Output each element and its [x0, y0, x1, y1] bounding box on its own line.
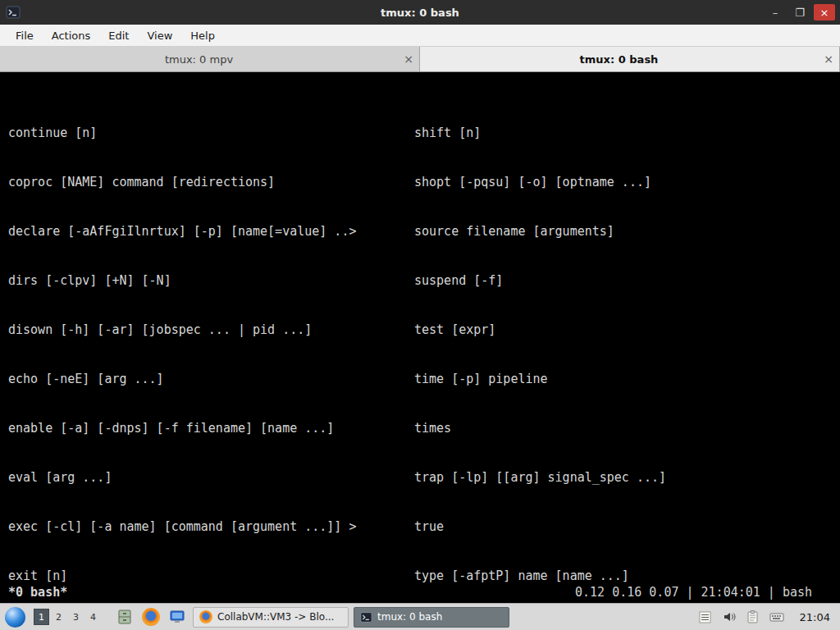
clock[interactable]: 21:04 [800, 611, 830, 623]
terminal-line: continue [n]shift [n] [8, 125, 840, 141]
help-text-right: shift [n] [414, 126, 481, 140]
applications-menu-icon[interactable] [5, 607, 25, 628]
help-text-left: exec [-cl] [-a name] [command [argument … [8, 518, 414, 535]
help-text-right: test [expr] [414, 322, 495, 337]
menu-view[interactable]: View [138, 26, 181, 45]
help-text-right: true [414, 519, 444, 534]
menu-file[interactable]: File [7, 26, 43, 45]
desktop: tmux: 0 bash – ❐ × File Actions Edit Vie… [0, 0, 840, 630]
window-titlebar[interactable]: tmux: 0 bash – ❐ × [0, 0, 840, 25]
workspace-3[interactable]: 3 [68, 609, 84, 625]
task-button-terminal[interactable]: tmux: 0 bash [354, 607, 509, 628]
terminal-screen[interactable]: continue [n]shift [n] coproc [NAME] comm… [0, 72, 840, 603]
help-text-left: declare [-aAfFgiIlnrtux] [-p] [name[=val… [8, 223, 414, 240]
tab-mpv[interactable]: tmux: 0 mpv × [0, 47, 420, 71]
help-text-left: disown [-h] [-ar] [jobspec ... | pid ...… [8, 322, 414, 338]
terminal-line: echo [-neE] [arg ...]time [-p] pipeline [8, 371, 840, 387]
minimize-button[interactable]: – [765, 4, 786, 21]
window-controls: – ❐ × [765, 4, 835, 21]
help-text-right: source filename [arguments] [414, 224, 614, 239]
terminal-line: disown [-h] [-ar] [jobspec ... | pid ...… [8, 322, 840, 338]
help-text-left: echo [-neE] [arg ...] [8, 371, 414, 387]
terminal-line: exec [-cl] [-a name] [command [argument … [8, 518, 840, 535]
notes-icon [699, 611, 711, 623]
tab-bash[interactable]: tmux: 0 bash × [420, 47, 840, 71]
workspace-2[interactable]: 2 [51, 609, 66, 625]
workspace-switcher: 1 2 3 4 [34, 609, 101, 625]
task-button-firefox[interactable]: CollabVM::VM3 -> Blo... [193, 607, 349, 628]
menu-help[interactable]: Help [181, 26, 224, 45]
display-launcher[interactable] [167, 606, 188, 628]
help-text-left: enable [-a] [-dnps] [-f filename] [name … [8, 420, 414, 436]
workspace-4[interactable]: 4 [85, 609, 101, 625]
menu-edit[interactable]: Edit [99, 26, 138, 45]
terminal-line: coproc [NAME] command [redirections]shop… [8, 174, 840, 190]
tab-bash-label: tmux: 0 bash [420, 53, 818, 66]
tmux-status-right: 0.12 0.16 0.07 | 21:04:01 | bash [575, 584, 840, 600]
task-button-label: tmux: 0 bash [377, 611, 442, 623]
help-text-left: exit [n] [8, 568, 414, 584]
workspace-1[interactable]: 1 [34, 609, 49, 625]
terminal-line: dirs [-clpv] [+N] [-N]suspend [-f] [8, 272, 840, 289]
task-button-label: CollabVM::VM3 -> Blo... [217, 611, 334, 623]
tab-bash-close-icon[interactable]: × [818, 52, 839, 66]
close-button[interactable]: × [814, 4, 835, 21]
help-text-right: times [414, 421, 451, 436]
system-tray: 21:04 [698, 609, 835, 624]
clipboard-icon [746, 610, 759, 623]
taskbar: 1 2 3 4 CollabVM::VM3 -> Blo... tmux: 0 … [0, 603, 840, 630]
speaker-icon [723, 610, 736, 623]
help-text-left: dirs [-clpv] [+N] [-N] [8, 272, 414, 289]
window-title: tmux: 0 bash [0, 7, 840, 19]
help-text-right: time [-p] pipeline [414, 372, 548, 386]
terminal-line: eval [arg ...]trap [-lp] [[arg] signal_s… [8, 469, 840, 486]
firefox-icon [142, 608, 160, 626]
menu-actions[interactable]: Actions [43, 26, 100, 45]
keyboard-tray-button[interactable] [769, 609, 784, 624]
tab-bar: tmux: 0 mpv × tmux: 0 bash × [0, 47, 840, 72]
file-cabinet-icon [116, 609, 133, 625]
monitor-icon [169, 609, 185, 625]
help-text-right: trap [-lp] [[arg] signal_spec ...] [414, 470, 666, 485]
help-text-right: suspend [-f] [414, 273, 503, 288]
help-text-left: eval [arg ...] [8, 469, 414, 486]
tab-mpv-close-icon[interactable]: × [398, 52, 419, 66]
file-manager-launcher[interactable] [114, 606, 135, 628]
keyboard-icon [769, 611, 784, 623]
menu-bar: File Actions Edit View Help [0, 25, 840, 47]
clipboard-tray-button[interactable] [746, 609, 760, 624]
tmux-status-bar: *0 bash* 0.12 0.16 0.07 | 21:04:01 | bas… [8, 584, 840, 600]
terminal-line: enable [-a] [-dnps] [-f filename] [name … [8, 420, 840, 436]
help-text-right: shopt [-pqsu] [-o] [optname ...] [414, 175, 651, 189]
tab-mpv-label: tmux: 0 mpv [0, 53, 398, 66]
terminal-app-icon [5, 4, 21, 21]
notes-tray-button[interactable] [698, 609, 713, 624]
firefox-launcher[interactable] [140, 606, 162, 628]
tmux-window-list[interactable]: *0 bash* [8, 584, 67, 600]
help-text-left: coproc [NAME] command [redirections] [8, 174, 414, 190]
terminal-line: declare [-aAfFgiIlnrtux] [-p] [name[=val… [8, 223, 840, 240]
firefox-icon [199, 610, 212, 623]
terminal-line: exit [n]type [-afptP] name [name ...] [8, 568, 840, 584]
help-text-left: continue [n] [8, 125, 414, 141]
volume-tray-button[interactable] [722, 609, 737, 624]
maximize-button[interactable]: ❐ [789, 4, 810, 21]
help-text-right: type [-afptP] name [name ...] [414, 568, 629, 583]
terminal-icon [360, 611, 372, 623]
